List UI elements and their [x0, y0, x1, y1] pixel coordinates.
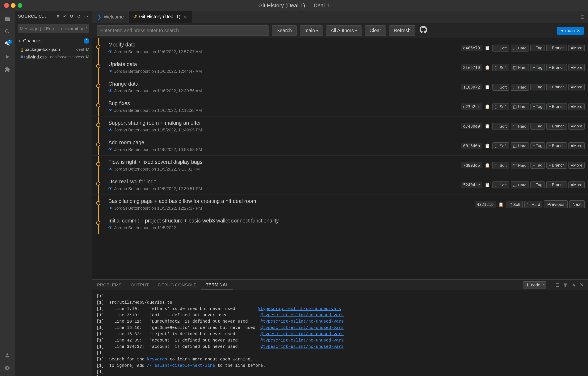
hard-reset-btn[interactable]: ⬚ Hard: [511, 142, 529, 149]
minimize-button[interactable]: [11, 3, 16, 8]
branch-badge-close[interactable]: ✕: [576, 28, 581, 33]
add-tag-btn[interactable]: + Tag: [530, 44, 545, 51]
all-authors-button[interactable]: All Authors ▾: [326, 25, 362, 36]
close-terminal-icon[interactable]: ✕: [578, 281, 585, 289]
add-tag-btn[interactable]: + Tag: [530, 84, 545, 90]
soft-reset-btn[interactable]: ⬚ Soft: [493, 103, 509, 110]
eslint-link-1[interactable]: @typescript-eslint/no-unused-vars: [258, 306, 341, 311]
activity-account[interactable]: [1, 350, 13, 361]
copy-hash-icon[interactable]: 📋: [484, 64, 491, 71]
activity-run[interactable]: [1, 51, 13, 63]
copy-hash-icon[interactable]: 📋: [484, 181, 491, 188]
add-tag-btn[interactable]: + Tag: [530, 123, 545, 130]
copy-hash-icon[interactable]: 📋: [484, 103, 491, 110]
tab-terminal[interactable]: TERMINAL: [201, 280, 233, 290]
copy-hash-icon[interactable]: 📋: [484, 123, 491, 130]
copy-hash-icon[interactable]: 📋: [484, 162, 491, 169]
search-button[interactable]: Search: [272, 25, 297, 36]
tab-output[interactable]: OUTPUT: [126, 280, 154, 290]
branch-dropdown-button[interactable]: main ▾: [300, 25, 323, 36]
soft-reset-btn[interactable]: ⬚ Soft: [493, 123, 509, 130]
soft-reset-btn[interactable]: ⬚ Soft: [493, 44, 509, 52]
commit-message-input[interactable]: [18, 24, 89, 33]
hard-reset-btn[interactable]: ⬚ Hard: [511, 123, 529, 130]
more-btn[interactable]: ●More: [568, 64, 585, 71]
refresh-button[interactable]: Refresh: [389, 25, 416, 36]
split-terminal-icon[interactable]: ⊟: [554, 281, 561, 289]
eslint-link-3[interactable]: @typescript-eslint/no-unused-vars: [260, 319, 344, 324]
activity-files[interactable]: [1, 13, 13, 25]
new-terminal-icon[interactable]: +: [547, 281, 553, 289]
activity-extensions[interactable]: [1, 64, 13, 75]
soft-reset-btn[interactable]: ⬚ Soft: [506, 201, 523, 208]
traffic-lights[interactable]: [4, 3, 22, 8]
changes-header[interactable]: ▼ Changes 2: [15, 36, 92, 46]
file-item-tailwind[interactable]: # tailwind.css deal/src/assets/css M: [15, 53, 92, 61]
soft-reset-btn[interactable]: ⬚ Soft: [493, 64, 509, 71]
keywords-link[interactable]: keywords: [147, 357, 167, 362]
copy-hash-icon[interactable]: 📋: [484, 44, 491, 51]
hard-reset-btn[interactable]: ⬚ Hard: [511, 162, 529, 169]
next-btn[interactable]: Next: [569, 200, 585, 208]
refresh-icon[interactable]: ↺: [76, 13, 82, 20]
soft-reset-btn[interactable]: ⬚ Soft: [493, 84, 509, 91]
hard-reset-btn[interactable]: ⬚ Hard: [511, 103, 529, 110]
more-btn[interactable]: ●More: [568, 84, 585, 90]
chevron-up-icon[interactable]: ∧: [571, 281, 577, 289]
tab-problems[interactable]: PROBLEMS: [92, 280, 126, 290]
eslint-link-5[interactable]: @typescript-eslint/no-unused-vars: [260, 332, 344, 336]
eslint-link-6[interactable]: @typescript-eslint/no-unused-vars: [260, 338, 344, 343]
add-branch-btn[interactable]: + Branch: [546, 44, 567, 51]
hard-reset-btn[interactable]: ⬚ Hard: [511, 44, 529, 52]
toggle-sidebar-icon[interactable]: ≡: [56, 13, 60, 20]
previous-btn[interactable]: Previous: [544, 200, 568, 208]
copy-hash-icon[interactable]: 📋: [484, 142, 491, 149]
split-editor-icon[interactable]: ⊟: [580, 14, 585, 20]
eslint-link-7[interactable]: @typescript-eslint/no-unused-vars: [260, 344, 344, 349]
history-icon[interactable]: ⟳: [69, 13, 74, 20]
delete-terminal-icon[interactable]: 🗑: [562, 281, 569, 289]
add-branch-btn[interactable]: + Branch: [546, 181, 567, 188]
copy-hash-icon[interactable]: 📋: [497, 201, 504, 208]
soft-reset-btn[interactable]: ⬚ Soft: [493, 162, 509, 169]
tab-welcome[interactable]: ❯ Welcome: [92, 11, 128, 23]
activity-settings[interactable]: [1, 362, 13, 374]
search-input[interactable]: [97, 25, 269, 36]
eslint-disable-link[interactable]: // eslint-disable-next-line: [147, 363, 215, 368]
more-btn[interactable]: ●More: [568, 162, 585, 169]
hard-reset-btn[interactable]: ⬚ Hard: [511, 84, 529, 91]
add-branch-btn[interactable]: + Branch: [546, 103, 567, 110]
more-btn[interactable]: ●More: [568, 123, 585, 130]
terminal-dropdown[interactable]: 1: node: [523, 281, 546, 288]
hard-reset-btn[interactable]: ⬚ Hard: [511, 181, 529, 188]
github-icon[interactable]: [420, 26, 427, 35]
checkmark-icon[interactable]: ✓: [62, 13, 67, 20]
add-tag-btn[interactable]: + Tag: [530, 142, 545, 149]
add-tag-btn[interactable]: + Tag: [530, 162, 545, 169]
copy-hash-icon[interactable]: 📋: [484, 84, 491, 90]
add-tag-btn[interactable]: + Tag: [530, 103, 545, 110]
add-branch-btn[interactable]: + Branch: [546, 64, 567, 71]
more-btn[interactable]: ●More: [568, 44, 585, 51]
add-tag-btn[interactable]: + Tag: [530, 64, 545, 71]
more-btn[interactable]: ●More: [568, 103, 585, 110]
more-btn[interactable]: ●More: [568, 181, 585, 188]
more-btn[interactable]: ●More: [568, 142, 585, 149]
add-branch-btn[interactable]: + Branch: [546, 84, 567, 90]
tab-debug-console[interactable]: DEBUG CONSOLE: [154, 280, 201, 290]
add-tag-btn[interactable]: + Tag: [530, 181, 545, 188]
eslint-link-2[interactable]: @typescript-eslint/no-unused-vars: [260, 313, 344, 318]
add-branch-btn[interactable]: + Branch: [546, 162, 567, 169]
close-button[interactable]: [4, 3, 9, 8]
add-branch-btn[interactable]: + Branch: [546, 123, 567, 130]
add-branch-btn[interactable]: + Branch: [546, 142, 567, 149]
clear-button[interactable]: Clear: [365, 25, 386, 36]
file-item-package-lock[interactable]: {} package-lock.json deal M: [15, 46, 92, 53]
soft-reset-btn[interactable]: ⬚ Soft: [493, 142, 509, 149]
hard-reset-btn[interactable]: ⬚ Hard: [511, 64, 529, 71]
activity-source-control[interactable]: 2: [1, 38, 13, 50]
activity-search[interactable]: [1, 26, 13, 37]
soft-reset-btn[interactable]: ⬚ Soft: [493, 181, 509, 188]
tab-close-git-history[interactable]: ✕: [182, 14, 187, 20]
maximize-button[interactable]: [18, 3, 22, 8]
